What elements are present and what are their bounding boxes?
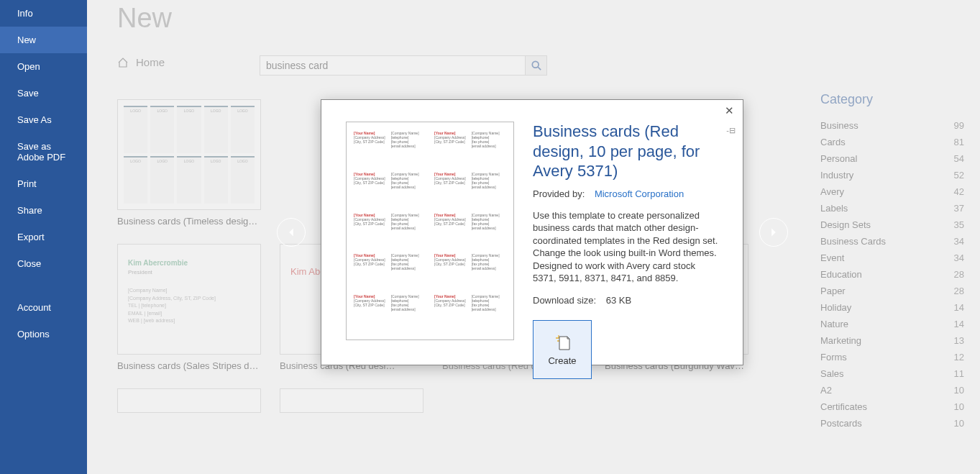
template-title: Business cards (Red design, 10 per page,… — [533, 122, 718, 181]
provided-by-label: Provided by: — [533, 188, 585, 199]
sidebar-item-export[interactable]: Export — [0, 224, 87, 250]
sidebar-item-share[interactable]: Share — [0, 197, 87, 224]
template-preview-modal: ✕ -⊟ [Your Name][Company Address][City, … — [321, 99, 743, 365]
sidebar-item-save[interactable]: Save — [0, 80, 87, 106]
template-preview: [Your Name][Company Address][City, ST ZI… — [346, 122, 514, 340]
close-button[interactable]: ✕ — [723, 104, 736, 117]
chevron-left-icon — [286, 227, 296, 237]
sidebar-item-open[interactable]: Open — [0, 53, 87, 80]
sidebar-item-options[interactable]: Options — [0, 321, 87, 347]
sidebar-item-close[interactable]: Close — [0, 250, 87, 277]
sidebar-item-account[interactable]: Account — [0, 294, 87, 321]
new-document-icon — [553, 332, 572, 351]
sidebar-item-print[interactable]: Print — [0, 170, 87, 197]
sidebar-item-info[interactable]: Info — [0, 0, 87, 27]
create-label: Create — [548, 355, 576, 366]
sidebar-item-new[interactable]: New — [0, 27, 87, 53]
provider-link[interactable]: Microsoft Corporation — [595, 188, 684, 199]
create-button[interactable]: Create — [533, 320, 592, 379]
chevron-right-icon — [769, 227, 779, 237]
sidebar-item-save-as-adobe-pdf[interactable]: Save as Adobe PDF — [0, 133, 87, 170]
download-size-label: Download size: — [533, 295, 596, 306]
download-size-value: 63 KB — [606, 295, 631, 306]
next-template-button[interactable] — [759, 218, 788, 247]
backstage-sidebar: Info New Open Save Save As Save as Adobe… — [0, 0, 87, 474]
template-description: Use this template to create personalized… — [533, 209, 718, 285]
pin-button[interactable]: -⊟ — [726, 126, 736, 135]
sidebar-item-save-as[interactable]: Save As — [0, 106, 87, 133]
prev-template-button[interactable] — [277, 218, 306, 247]
template-details: Business cards (Red design, 10 per page,… — [533, 122, 718, 350]
